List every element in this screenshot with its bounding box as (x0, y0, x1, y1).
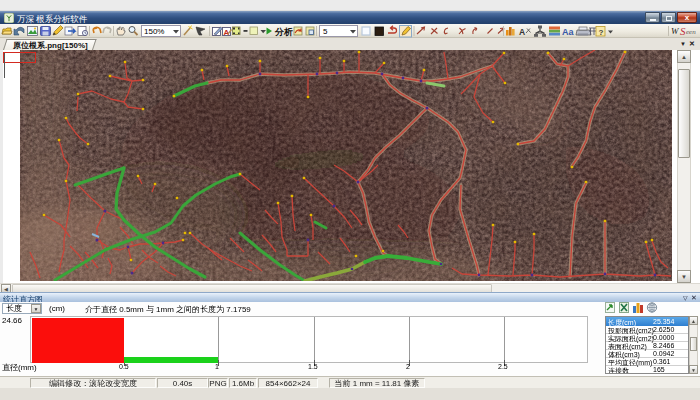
svg-text:A: A (224, 28, 230, 37)
svg-text:W: W (671, 26, 680, 36)
svg-text:5: 5 (323, 27, 328, 36)
svg-text:?: ? (599, 28, 604, 37)
svg-text:分析: 分析 (274, 27, 293, 37)
svg-text:een: een (686, 28, 696, 36)
svg-text:A: A (519, 27, 525, 37)
svg-text:150%: 150% (144, 27, 164, 36)
svg-text:Aa: Aa (562, 27, 574, 37)
